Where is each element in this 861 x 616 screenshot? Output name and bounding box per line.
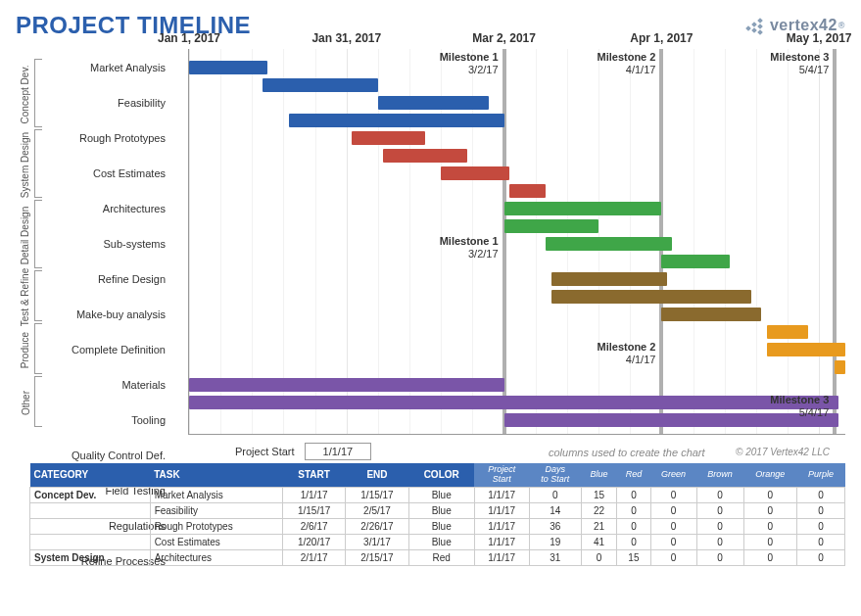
gantt-row: Market Analysis (17, 59, 845, 76)
table-header: START (282, 463, 345, 487)
table-row: Concept Dev.Market Analysis1/1/171/15/17… (30, 487, 845, 502)
category-label: System Design (17, 129, 34, 200)
gantt-bar (289, 114, 504, 127)
table-header: Brown (696, 463, 743, 487)
milestone-label: Milestone 35/4/17 (770, 394, 835, 419)
columns-note: columns used to create the chart (549, 447, 705, 458)
axis-tick: May 1, 2017 (787, 31, 852, 45)
gantt-bar (767, 325, 809, 339)
table-row: Cost Estimates1/20/173/1/17Blue1/1/17194… (30, 534, 845, 549)
table-header: END (346, 463, 408, 487)
milestone-label: Milestone 35/4/17 (770, 51, 835, 76)
category-label: Produce (17, 323, 34, 376)
project-start-label: Project Start (235, 446, 295, 457)
gantt-bar (551, 290, 751, 304)
gantt-chart: Jan 1, 2017Jan 31, 2017Mar 2, 2017Apr 1,… (188, 49, 845, 435)
gantt-bar (504, 202, 662, 215)
gantt-row: Complete Definition (17, 341, 845, 358)
gantt-bar (551, 272, 667, 286)
gantt-bar (504, 219, 598, 233)
gantt-bar (189, 396, 838, 409)
category-label: Other (17, 376, 34, 429)
copyright-text: © 2017 Vertex42 LLC (736, 447, 830, 457)
axis-tick: Apr 1, 2017 (630, 31, 693, 45)
table-header: Blue (581, 463, 616, 487)
gantt-bar (189, 378, 504, 392)
gantt-row: Cost Estimates (17, 165, 845, 182)
project-start-value[interactable]: 1/1/17 (305, 443, 372, 460)
milestone-label: Milestone 13/2/17 (440, 51, 504, 76)
table-header: CATEGORY (30, 463, 151, 487)
table-row: System DesignArchitectures2/1/172/15/17R… (30, 549, 845, 565)
gantt-bar (352, 131, 425, 145)
gantt-bar (263, 78, 378, 92)
axis-tick: Mar 2, 2017 (472, 31, 536, 45)
gantt-row: Refine Design (17, 270, 845, 288)
table-header: Orange (743, 463, 797, 487)
axis-tick: Jan 1, 2017 (158, 31, 220, 45)
gantt-bar (767, 343, 845, 356)
gantt-row: Architectures (17, 200, 845, 217)
category-label: Detail Design (17, 200, 34, 270)
gantt-bar (189, 61, 267, 74)
table-header: Green (650, 463, 696, 487)
category-label: Concept Dev. (17, 59, 34, 129)
table-row: Feasibility1/15/172/5/17Blue1/1/17142200… (30, 502, 845, 518)
axis-tick: Jan 31, 2017 (311, 31, 381, 45)
gantt-bar (383, 149, 467, 163)
table-row: Rough Prototypes2/6/172/26/17Blue1/1/173… (30, 518, 845, 534)
table-header: TASK (150, 463, 282, 487)
table-header: Days to Start (529, 463, 581, 487)
gantt-bar (509, 184, 547, 198)
data-table: CATEGORYTASKSTARTENDCOLORProject StartDa… (29, 463, 845, 566)
gantt-bar (661, 308, 761, 321)
gantt-bar (835, 360, 845, 374)
table-header: Purple (797, 463, 845, 487)
table-header: Red (617, 463, 650, 487)
gantt-row: Sub-systems (17, 235, 845, 253)
category-label: Test & Refine (17, 270, 34, 323)
gantt-bar (378, 96, 489, 110)
gantt-bar (661, 255, 730, 268)
milestone-label: Milestone 13/2/17 (440, 235, 504, 261)
milestone-label: Milestone 24/1/17 (597, 341, 661, 366)
table-header: Project Start (474, 463, 529, 487)
gantt-bar (546, 237, 672, 251)
gantt-bar (441, 166, 509, 180)
milestone-line (833, 49, 837, 434)
milestone-label: Milestone 24/1/17 (597, 51, 661, 76)
table-header: COLOR (408, 463, 474, 487)
gantt-row: Rough Prototypes (17, 129, 845, 147)
